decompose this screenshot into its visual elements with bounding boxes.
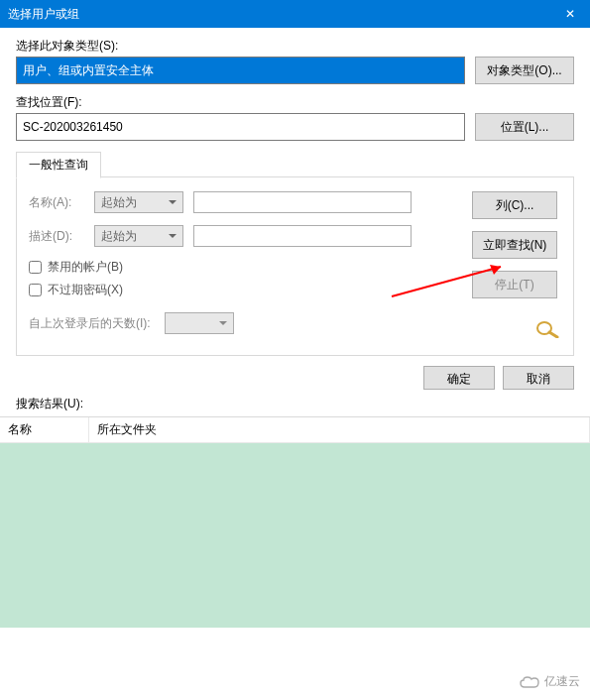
disabled-accounts-label: 禁用的帐户(B) xyxy=(48,259,123,276)
dialog-content: 选择此对象类型(S): 对象类型(O)... 查找位置(F): 位置(L)...… xyxy=(0,28,590,356)
name-mode-combo[interactable]: 起始为 xyxy=(94,191,183,213)
never-expire-password-label: 不过期密码(X) xyxy=(48,282,123,298)
column-folder[interactable]: 所在文件夹 xyxy=(89,417,590,442)
search-results-label: 搜索结果(U): xyxy=(0,396,590,416)
dialog-buttons: 确定 取消 xyxy=(0,356,590,396)
svg-line-1 xyxy=(549,332,557,337)
days-since-login-combo[interactable] xyxy=(165,312,234,334)
locations-button[interactable]: 位置(L)... xyxy=(475,113,574,141)
description-mode-combo[interactable]: 起始为 xyxy=(94,225,183,247)
object-types-button[interactable]: 对象类型(O)... xyxy=(475,57,574,84)
location-input[interactable] xyxy=(16,113,465,141)
days-since-login-label: 自上次登录后的天数(I): xyxy=(29,315,151,332)
object-type-input[interactable] xyxy=(16,57,465,84)
never-expire-password-checkbox[interactable] xyxy=(29,284,42,296)
description-input[interactable] xyxy=(193,225,412,247)
name-label: 名称(A): xyxy=(29,194,84,211)
stop-button[interactable]: 停止(T) xyxy=(472,271,557,298)
tab-general-query[interactable]: 一般性查询 xyxy=(16,152,101,178)
query-panel: 名称(A): 起始为 描述(D): 起始为 禁用的帐户(B) 不过期密码(X) xyxy=(16,177,574,356)
object-type-label: 选择此对象类型(S): xyxy=(16,38,574,55)
disabled-accounts-checkbox[interactable] xyxy=(29,261,42,274)
ok-button[interactable]: 确定 xyxy=(423,366,495,390)
results-body[interactable] xyxy=(0,443,590,628)
window-title: 选择用户或组 xyxy=(8,6,582,23)
name-input[interactable] xyxy=(193,191,412,213)
results-header: 名称 所在文件夹 xyxy=(0,417,590,443)
close-button[interactable]: ✕ xyxy=(550,0,590,28)
results-table: 名称 所在文件夹 xyxy=(0,416,590,628)
titlebar: 选择用户或组 ✕ xyxy=(0,0,590,28)
cancel-button[interactable]: 取消 xyxy=(503,366,574,390)
find-now-button[interactable]: 立即查找(N) xyxy=(472,231,557,259)
close-icon: ✕ xyxy=(565,7,575,21)
footer-logo: 亿速云 xyxy=(519,673,580,690)
column-name[interactable]: 名称 xyxy=(0,417,89,442)
columns-button[interactable]: 列(C)... xyxy=(472,191,557,219)
cloud-icon xyxy=(519,674,540,690)
description-label: 描述(D): xyxy=(29,228,84,245)
tab-header: 一般性查询 xyxy=(16,151,574,177)
search-icon xyxy=(472,318,561,341)
location-label: 查找位置(F): xyxy=(16,94,574,111)
